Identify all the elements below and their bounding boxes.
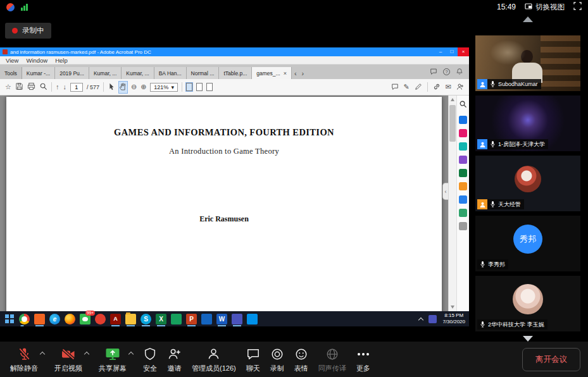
link-icon[interactable]: [433, 82, 441, 93]
vertical-scrollbar[interactable]: [448, 96, 456, 311]
invite-button[interactable]: 邀请: [167, 345, 182, 373]
taskbar-clock[interactable]: 8:15 PM 7/30/2020: [442, 312, 465, 325]
taskbar-teams-icon[interactable]: [232, 314, 242, 324]
taskbar-edge-icon[interactable]: e: [49, 314, 60, 324]
zoom-in-icon[interactable]: ⊕: [141, 83, 146, 90]
switch-view-button[interactable]: 切换视图: [525, 3, 565, 12]
document-tab[interactable]: BA Han...: [154, 67, 187, 79]
tools-tab[interactable]: Tools: [0, 67, 22, 79]
document-tab[interactable]: tTable.p...: [219, 67, 252, 79]
taskbar-acrobat-icon[interactable]: A: [110, 314, 121, 324]
taskbar-wechat-icon[interactable]: 99+: [80, 314, 91, 324]
audio-options-chevron[interactable]: [40, 352, 45, 357]
document-tab[interactable]: Kumar, ...: [122, 67, 154, 79]
share-options-chevron[interactable]: [128, 352, 134, 357]
view-fit-width-icon[interactable]: [206, 83, 213, 91]
scrollbar-up-arrow[interactable]: [451, 98, 454, 101]
hand-tool-icon[interactable]: [119, 82, 127, 93]
participant-video-tile[interactable]: 2华中科技大学 李玉娓: [475, 276, 580, 331]
print-icon[interactable]: [27, 82, 35, 93]
menu-view[interactable]: View: [2, 57, 22, 64]
highlight-pen-icon[interactable]: ✎: [404, 83, 410, 90]
record-button[interactable]: 录制: [270, 345, 284, 373]
rail-send-comments-icon[interactable]: [459, 209, 467, 217]
help-icon[interactable]: ?: [443, 68, 450, 75]
video-options-chevron[interactable]: [84, 352, 89, 357]
taskbar-blue-app-icon[interactable]: [201, 314, 212, 324]
document-tab[interactable]: 2019 Pu...: [55, 67, 89, 79]
security-button[interactable]: 安全: [143, 345, 157, 373]
rail-edit-pdf-icon[interactable]: [459, 116, 467, 124]
fullscreen-icon[interactable]: [573, 1, 582, 13]
share-person-icon[interactable]: [456, 82, 464, 93]
notifications-bell-icon[interactable]: [456, 66, 463, 78]
view-single-page-icon[interactable]: [186, 83, 192, 91]
taskbar-word-icon[interactable]: W: [216, 314, 227, 324]
rail-more-tools-icon[interactable]: [459, 222, 467, 230]
reactions-button[interactable]: 表情: [294, 345, 308, 373]
view-continuous-icon[interactable]: [196, 83, 203, 91]
participant-video-tile[interactable]: 天大经管: [475, 156, 580, 211]
rail-organize-pages-icon[interactable]: [459, 182, 467, 190]
minimize-button[interactable]: –: [435, 47, 446, 56]
comments-bubble-icon[interactable]: [430, 66, 437, 78]
rail-export-pdf-icon[interactable]: [459, 129, 467, 137]
taskbar-green-app-icon[interactable]: [171, 314, 182, 324]
participant-video-tile[interactable]: SubodhaKumar: [475, 35, 580, 91]
menu-window[interactable]: Window: [22, 57, 51, 64]
chat-button[interactable]: 聊天: [246, 345, 260, 373]
previous-page-icon[interactable]: ↑: [56, 83, 59, 90]
rail-create-pdf-icon[interactable]: [459, 142, 467, 151]
scrollbar-down-arrow[interactable]: [451, 306, 454, 309]
share-screen-button[interactable]: 共享屏幕: [99, 345, 127, 373]
tray-app-icon[interactable]: [428, 315, 437, 323]
document-tab[interactable]: Kumar -...: [22, 67, 55, 79]
taskbar-blue-app2-icon[interactable]: [247, 314, 258, 324]
close-button[interactable]: ×: [458, 47, 469, 56]
participants-scroll-up-arrow[interactable]: [523, 16, 533, 22]
rail-comment-icon[interactable]: [459, 156, 467, 164]
unmute-button[interactable]: 解除静音: [10, 345, 38, 373]
taskbar-chrome-icon[interactable]: [19, 314, 30, 324]
taskbar-red-app-icon[interactable]: [95, 314, 106, 324]
leave-meeting-button[interactable]: 离开会议: [522, 348, 580, 371]
document-tab-active[interactable]: games_... ×: [252, 67, 292, 79]
start-button[interactable]: [4, 314, 15, 324]
tools-panel-collapse-handle[interactable]: ‹: [442, 183, 448, 200]
participant-video-tile[interactable]: 秀邦 李秀邦: [475, 216, 580, 271]
interpretation-button[interactable]: 同声传译: [318, 345, 346, 373]
sign-pen-icon[interactable]: [415, 82, 422, 93]
rail-search-icon[interactable]: [459, 99, 467, 111]
find-icon[interactable]: [39, 82, 47, 93]
start-video-button[interactable]: 开启视频: [54, 345, 82, 373]
comment-icon[interactable]: [391, 82, 399, 93]
participants-scroll-down-arrow[interactable]: [523, 336, 533, 342]
rail-fill-sign-icon[interactable]: [459, 195, 467, 204]
participant-video-tile[interactable]: 1-房韶泽-天津大学: [475, 96, 580, 151]
email-icon[interactable]: ✉: [446, 83, 451, 90]
taskbar-powerpoint-icon[interactable]: P: [186, 314, 197, 324]
document-tab[interactable]: Kumar, ...: [89, 67, 122, 79]
manage-participants-button[interactable]: 管理成员(126): [192, 345, 236, 373]
document-tab[interactable]: Normal ...: [187, 67, 220, 79]
menu-help[interactable]: Help: [51, 57, 72, 64]
zoom-out-icon[interactable]: ⊖: [131, 83, 137, 90]
taskbar-explorer-icon[interactable]: [125, 314, 136, 324]
scrollbar-thumb[interactable]: [449, 105, 456, 142]
maximize-button[interactable]: □: [446, 47, 458, 56]
taskbar-excel-icon[interactable]: X: [156, 314, 166, 324]
page-number-input[interactable]: [70, 83, 83, 92]
select-tool-icon[interactable]: [108, 82, 115, 93]
taskbar-skype-icon[interactable]: S: [141, 314, 151, 324]
more-button[interactable]: 更多: [356, 345, 370, 373]
next-tab-arrow[interactable]: ›: [299, 67, 307, 79]
prev-tab-arrow[interactable]: ‹: [292, 67, 299, 79]
tray-show-hidden-icons-chevron[interactable]: [418, 317, 423, 322]
taskbar-firefox-icon[interactable]: [65, 314, 75, 324]
next-page-icon[interactable]: ↓: [63, 83, 66, 90]
window-title-bar[interactable]: and information rasmusen-marked.pdf - Ad…: [0, 47, 469, 56]
favorites-star-icon[interactable]: ☆: [5, 83, 11, 90]
zoom-level-dropdown[interactable]: 121% ▾: [150, 83, 178, 92]
rail-combine-files-icon[interactable]: [459, 169, 467, 177]
close-tab-icon[interactable]: ×: [284, 70, 287, 77]
